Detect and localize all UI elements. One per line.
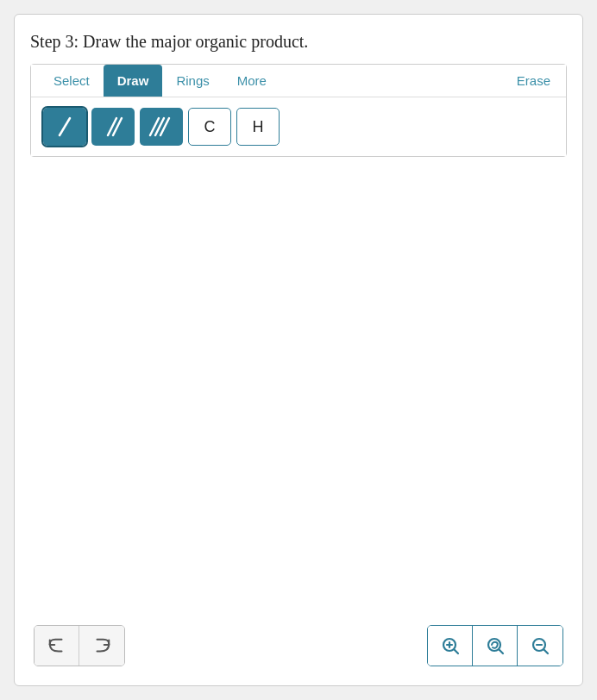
undo-button[interactable] [35, 626, 79, 666]
undo-redo-group [34, 625, 125, 666]
bond-double-button[interactable] [91, 108, 135, 146]
svg-line-9 [454, 650, 458, 654]
toolbar-tabs: Select Draw Rings More Erase [31, 65, 566, 97]
zoom-group [427, 625, 563, 666]
element-h-button[interactable]: H [236, 108, 280, 146]
svg-line-0 [60, 118, 70, 135]
zoom-in-button[interactable] [428, 626, 473, 666]
tab-erase[interactable]: Erase [510, 65, 557, 97]
svg-line-14 [544, 650, 549, 654]
bond-triple-button[interactable] [140, 108, 183, 146]
tab-select[interactable]: Select [40, 65, 104, 97]
svg-line-11 [499, 650, 503, 654]
redo-button[interactable] [79, 626, 124, 666]
step-title: Step 3: Draw the major organic product. [30, 32, 567, 52]
tab-draw[interactable]: Draw [104, 65, 163, 97]
toolbar-container: Select Draw Rings More Erase [30, 64, 567, 157]
main-container: Step 3: Draw the major organic product. … [14, 14, 583, 686]
zoom-reset-button[interactable] [473, 626, 518, 666]
drawing-area[interactable] [30, 157, 567, 616]
tab-more[interactable]: More [223, 65, 280, 97]
bottom-controls [30, 616, 567, 670]
tab-rings[interactable]: Rings [162, 65, 223, 97]
toolbar-buttons: C H [31, 97, 566, 156]
bond-single-button[interactable] [43, 108, 86, 146]
zoom-out-button[interactable] [518, 626, 562, 666]
element-c-button[interactable]: C [188, 108, 231, 146]
